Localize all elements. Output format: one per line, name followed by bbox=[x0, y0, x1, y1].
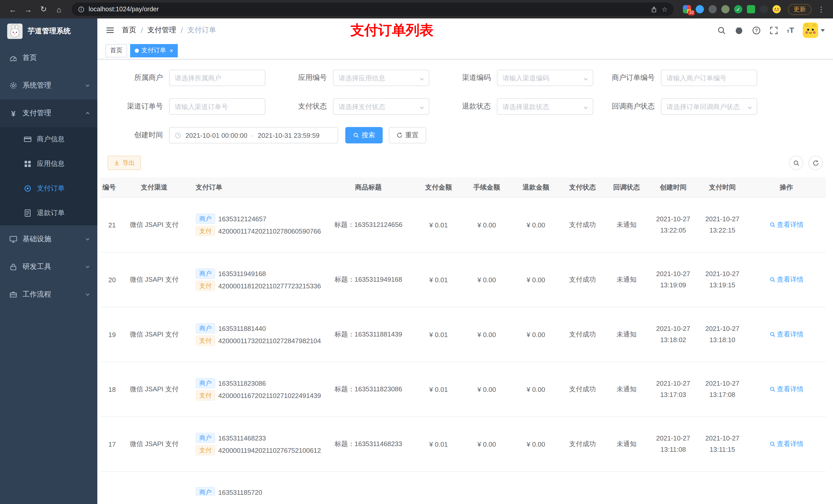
notify-status-select[interactable] bbox=[661, 98, 757, 115]
user-avatar[interactable] bbox=[803, 23, 825, 38]
toggle-search-button[interactable] bbox=[789, 156, 803, 170]
cell-create-time: 2021-10-2713:11:08 bbox=[648, 433, 698, 455]
pay-status-select[interactable] bbox=[333, 98, 429, 115]
sidebar-item-app-info[interactable]: 应用信息 bbox=[0, 152, 97, 176]
extension-icon-check[interactable]: ✓ bbox=[734, 5, 742, 13]
cell-fee: ¥ 0.00 bbox=[462, 331, 511, 338]
view-detail-link[interactable]: 查看详情 bbox=[769, 275, 804, 284]
cell-pay-time: 2021-10-2713:18:10 bbox=[698, 323, 747, 346]
extension-icon-olive[interactable] bbox=[721, 5, 730, 13]
chevron-down-icon bbox=[85, 263, 90, 271]
sidebar-item-system[interactable]: 系统管理 bbox=[0, 72, 97, 99]
table-toolbar: 导出 bbox=[108, 156, 823, 170]
app-no-select[interactable] bbox=[333, 70, 429, 86]
browser-home-button[interactable]: ⌂ bbox=[52, 3, 66, 16]
export-button[interactable]: 导出 bbox=[108, 156, 141, 170]
extension-icon-grid[interactable]: 10 bbox=[683, 5, 691, 13]
search-icon[interactable] bbox=[717, 26, 726, 34]
col-header-amount: 支付金额 bbox=[415, 183, 462, 192]
sidebar-item-pay-order[interactable]: 支付订单 bbox=[0, 176, 97, 201]
download-icon bbox=[114, 160, 120, 166]
sidebar-item-pay[interactable]: ¥ 支付管理 bbox=[0, 99, 97, 127]
grid-icon bbox=[24, 160, 32, 168]
cell-title: 标题：1635311823086 bbox=[322, 385, 415, 394]
extension-icon-dark[interactable] bbox=[760, 5, 768, 13]
view-detail-link[interactable]: 查看详情 bbox=[769, 385, 804, 394]
sidebar-item-home[interactable]: 首页 bbox=[0, 44, 97, 72]
chevron-down-icon bbox=[85, 81, 90, 90]
browser-update-button[interactable]: 更新 bbox=[788, 4, 811, 15]
col-header-action: 操作 bbox=[747, 183, 826, 192]
cell-action: 查看详情 bbox=[747, 385, 826, 394]
pay-order-no: 4200001173202110272847982104 bbox=[218, 337, 321, 344]
merchant-order-no: 1635311881440 bbox=[218, 325, 266, 332]
extension-icon-chat[interactable] bbox=[747, 5, 755, 13]
main-area: 首页 / 支付管理 / 支付订单 支付订单列表 ? bbox=[97, 19, 833, 504]
sidebar-item-refund-order[interactable]: 退款订单 bbox=[0, 201, 97, 225]
browser-reload-button[interactable]: ↻ bbox=[37, 3, 50, 16]
font-size-icon[interactable]: тT bbox=[787, 26, 794, 35]
extension-icon-drop[interactable] bbox=[696, 5, 704, 13]
cell-pay-time: 2021-10-2713:17:08 bbox=[698, 378, 747, 401]
share-icon[interactable] bbox=[651, 6, 658, 13]
svg-text:?: ? bbox=[755, 28, 758, 33]
cell-channel: 微信 JSAPI 支付 bbox=[116, 220, 193, 230]
bookmark-star-icon[interactable]: ☆ bbox=[662, 5, 668, 13]
extension-icon-gray[interactable] bbox=[709, 5, 717, 13]
cell-order: 商户1635311881440 支付4200001173202110272847… bbox=[193, 321, 322, 348]
avatar-pikachu-icon bbox=[803, 23, 818, 38]
date-range-picker[interactable]: 2021-10-01 00:00:00 - 2021-10-31 23:59:5… bbox=[169, 127, 338, 143]
cell-amount: ¥ 0.01 bbox=[415, 385, 462, 393]
sidebar-item-label: 支付订单 bbox=[37, 184, 65, 193]
app-logo[interactable]: 芋道管理系统 bbox=[0, 19, 97, 44]
address-bar[interactable]: localhost:1024/pay/order ☆ bbox=[72, 3, 674, 16]
reset-button[interactable]: 重置 bbox=[389, 127, 426, 143]
refund-status-select[interactable] bbox=[497, 98, 593, 115]
github-icon[interactable] bbox=[735, 26, 743, 34]
col-header-pay-time: 支付时间 bbox=[698, 183, 747, 192]
browser-forward-button[interactable]: → bbox=[22, 3, 35, 16]
cell-id: 20 bbox=[100, 276, 116, 284]
cell-notify-status: 未通知 bbox=[604, 439, 648, 449]
breadcrumb-separator: / bbox=[141, 26, 143, 34]
refresh-table-button[interactable] bbox=[808, 156, 823, 170]
search-icon bbox=[793, 160, 800, 166]
help-icon[interactable]: ? bbox=[752, 26, 761, 34]
sidebar-item-label: 基础设施 bbox=[23, 235, 51, 244]
site-info-icon[interactable] bbox=[78, 6, 85, 13]
browser-profile-avatar[interactable] bbox=[772, 5, 781, 13]
pay-tag: 支付 bbox=[196, 445, 215, 455]
cell-id: 18 bbox=[100, 385, 116, 393]
hamburger-icon[interactable] bbox=[105, 26, 115, 35]
sidebar-item-merchant-info[interactable]: 商户信息 bbox=[0, 127, 97, 152]
merchant-order-no-input[interactable] bbox=[661, 70, 757, 86]
sidebar-item-infra[interactable]: 基础设施 bbox=[0, 225, 97, 253]
view-detail-link[interactable]: 查看详情 bbox=[769, 330, 804, 339]
sidebar-item-workflow[interactable]: 工作流程 bbox=[0, 281, 97, 308]
close-icon[interactable]: × bbox=[170, 47, 173, 54]
pay-order-no: 4200001167202110271022491439 bbox=[218, 391, 321, 399]
merchant-input[interactable] bbox=[169, 70, 265, 86]
breadcrumb-section[interactable]: 支付管理 bbox=[147, 26, 176, 35]
cell-refund: ¥ 0.00 bbox=[511, 276, 561, 284]
navbar-actions: ? тT bbox=[717, 23, 825, 38]
browser-back-button[interactable]: ← bbox=[6, 3, 20, 16]
tab-pay-order[interactable]: 支付订单 × bbox=[130, 44, 178, 57]
yen-icon: ¥ bbox=[9, 109, 18, 117]
cell-status: 支付成功 bbox=[561, 275, 604, 284]
sidebar-item-dev-tools[interactable]: 研发工具 bbox=[0, 253, 97, 281]
browser-menu-icon[interactable]: ⋮ bbox=[815, 5, 827, 13]
fullscreen-icon[interactable] bbox=[769, 26, 778, 34]
tab-home[interactable]: 首页 bbox=[105, 44, 127, 57]
merchant-order-no: 1635312124657 bbox=[218, 215, 266, 222]
view-detail-link[interactable]: 查看详情 bbox=[769, 439, 804, 449]
logo-rabbit-icon bbox=[7, 24, 23, 39]
search-button[interactable]: 搜索 bbox=[345, 127, 383, 143]
cell-refund: ¥ 0.00 bbox=[511, 440, 561, 448]
channel-code-select[interactable] bbox=[497, 70, 593, 86]
breadcrumb-home[interactable]: 首页 bbox=[122, 26, 136, 35]
col-header-notify: 回调状态 bbox=[604, 183, 648, 192]
cell-id: 17 bbox=[100, 440, 116, 448]
channel-order-no-input[interactable] bbox=[169, 98, 265, 115]
view-detail-link[interactable]: 查看详情 bbox=[769, 220, 804, 230]
